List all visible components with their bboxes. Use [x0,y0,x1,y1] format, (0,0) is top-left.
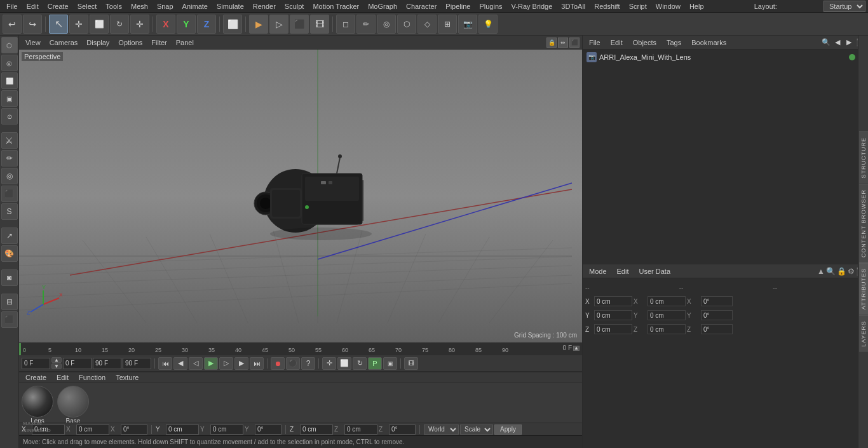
mat-menu-edit[interactable]: Edit [53,372,72,383]
tab-structure[interactable]: Structure [859,132,868,184]
frame-down-btn[interactable]: ▼ [51,363,62,369]
mat-menu-create[interactable]: Create [22,372,50,383]
keyframe-move-button[interactable]: ✛ [322,357,336,370]
tab-layers[interactable]: Layers [859,315,868,352]
record-button[interactable]: ⏺ [271,357,285,370]
perspective-view-button[interactable]: ◻ [336,15,355,34]
frame-up-btn[interactable]: ▲ [51,357,62,363]
menu-pipeline[interactable]: Pipeline [442,1,474,11]
attr-x-pos[interactable] [594,296,632,306]
menu-file[interactable]: File [3,1,22,11]
menu-plugins[interactable]: Plugins [475,1,506,11]
menu-sculpt[interactable]: Sculpt [281,1,308,11]
vp-menu-display[interactable]: Display [83,37,113,48]
attr-menu-edit[interactable]: Edit [613,266,633,276]
y-axis-button[interactable]: Y [177,15,196,34]
menu-motion-tracker[interactable]: Motion Tracker [309,1,363,11]
grid-button[interactable]: ⊞ [438,15,457,34]
redo-button[interactable]: ↩ [23,15,42,34]
prev-frame-button[interactable]: ◀ [173,357,187,370]
attr-menu-mode[interactable]: Mode [585,266,611,276]
obj-forward-icon[interactable]: ▶ [844,37,854,48]
tab-content-browser[interactable]: Content Browser [859,184,868,262]
attr-z-scale[interactable] [648,324,686,334]
coord-x-scale[interactable] [76,424,109,435]
bend-button[interactable]: ↗ [1,227,18,244]
menu-vray[interactable]: V-Ray Bridge [508,1,557,11]
tab-attributes[interactable]: Attributes [859,262,868,315]
vp-menu-panel[interactable]: Panel [172,37,198,48]
undo-button[interactable]: ↩ [3,15,22,34]
goto-start-button[interactable]: ⏮ [158,357,172,370]
vp-arrows-icon[interactable]: ⇔ [558,37,568,48]
coord-y-scale[interactable] [210,424,243,435]
coord-y-rot[interactable] [255,424,281,435]
vp-fullscreen-icon[interactable]: ⬛ [569,37,580,48]
menu-mesh[interactable]: Mesh [127,1,152,11]
snap-button[interactable]: ◇ [417,15,437,34]
layout-select[interactable]: Startup [824,1,865,12]
attr-search-icon[interactable]: 🔍 [826,267,836,276]
attr-x-scale[interactable] [648,296,686,306]
point-mode-button[interactable]: ⊙ [1,108,18,125]
auto-key-button[interactable]: ⚫ [286,357,300,370]
menu-redshift[interactable]: Redshift [590,1,623,11]
coord-z-scale[interactable] [344,424,377,435]
vp-lock-icon[interactable]: 🔒 [546,37,557,48]
vp-menu-filter[interactable]: Filter [147,37,170,48]
render-view-button[interactable]: ▷ [269,15,288,34]
paint2-button[interactable]: 🎨 [1,245,18,262]
mat-base-item[interactable]: Base [57,386,89,424]
z-axis-button[interactable]: Z [197,15,216,34]
attr-menu-user-data[interactable]: User Data [635,266,675,276]
magnet-button[interactable]: ◎ [1,168,18,184]
snap2-button[interactable]: ◙ [1,269,18,286]
attr-gear-icon[interactable]: ⚙ [848,267,855,276]
extrude-button[interactable]: ⬛ [1,186,18,202]
start-frame-input[interactable] [22,358,50,369]
light-button[interactable]: 💡 [478,15,498,34]
obj-item-camera[interactable]: 📷 ARRI_Alexa_Mini_With_Lens [584,51,867,64]
menu-mograph[interactable]: MoGraph [364,1,401,11]
sculpt-button[interactable]: ◎ [377,15,396,34]
prev-key-button[interactable]: ◁ [189,357,203,370]
all-key-button[interactable]: ▣ [383,357,397,370]
end-frame-input-2[interactable] [123,358,151,369]
menu-render[interactable]: Render [249,1,280,11]
attr-z-rot[interactable] [701,324,733,334]
menu-character[interactable]: Character [402,1,440,11]
obj-menu-file[interactable]: File [585,37,604,48]
obj-menu-tags[interactable]: Tags [663,37,685,48]
x-axis-button[interactable]: X [156,15,175,34]
keyframe-rotate-button[interactable]: ↻ [353,357,367,370]
paint-button[interactable]: ✏ [356,15,376,34]
timeline-container[interactable]: 0 5 10 15 20 25 30 35 40 45 50 55 60 65 … [19,343,582,355]
menu-window[interactable]: Window [652,1,684,11]
obj-menu-edit[interactable]: Edit [607,37,627,48]
goto-end-button[interactable]: ⏭ [250,357,264,370]
edge-mode-button[interactable]: ⬜ [1,72,18,89]
model-mode-button[interactable]: ⬡ [1,37,18,53]
apply-button[interactable]: Apply [494,424,522,435]
camera-button[interactable]: 📷 [458,15,477,34]
current-frame-input[interactable] [63,358,92,369]
vp-menu-view[interactable]: View [22,37,44,48]
scale-select[interactable]: Scale [460,424,493,435]
menu-3dtoall[interactable]: 3DToAll [557,1,589,11]
move-button[interactable]: ✛ [69,15,88,34]
transform-button[interactable]: ✛ [130,15,149,34]
select-mode-button[interactable]: ↖ [49,15,68,34]
attr-y-scale[interactable] [648,310,686,320]
menu-simulate[interactable]: Simulate [213,1,248,11]
obj-menu-bookmarks[interactable]: Bookmarks [688,37,730,48]
timeline-mode-button[interactable]: 🎞 [404,357,418,370]
play-button[interactable]: ▶ [204,357,218,370]
vp-menu-cameras[interactable]: Cameras [46,37,82,48]
attr-y-rot[interactable] [701,310,733,320]
viewport-canvas[interactable]: Perspective Grid Spacing : 100 cm X Y Z [19,50,582,343]
mat-lens-item[interactable]: Lens [22,386,53,424]
render-region-button[interactable]: ▶ [249,15,268,34]
menu-snap[interactable]: Snap [153,1,177,11]
pos-key-button[interactable]: P [368,357,382,370]
menu-tools[interactable]: Tools [102,1,126,11]
